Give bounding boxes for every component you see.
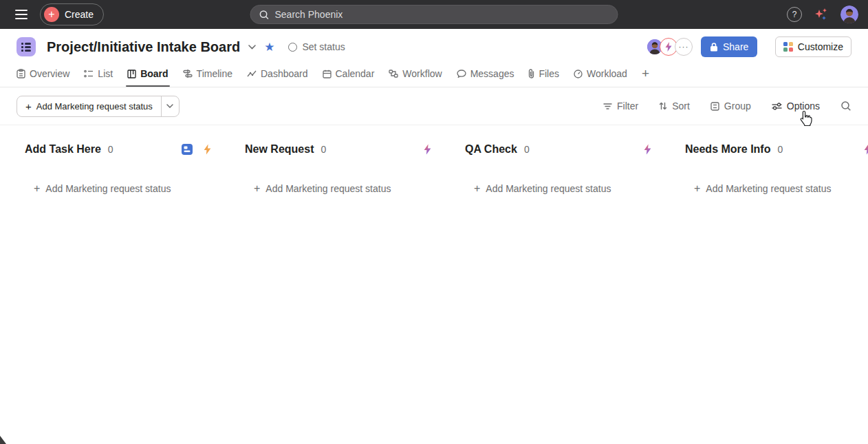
plus-icon: + (25, 101, 32, 112)
tab-label: Calendar (336, 68, 375, 79)
dashboard-icon (247, 70, 257, 78)
board-icon (127, 70, 136, 78)
bolt-gradient-icon[interactable] (863, 144, 868, 155)
tab-board[interactable]: Board (127, 65, 168, 87)
tab-calendar[interactable]: Calendar (323, 65, 375, 87)
board-column-new-request: New Request 0 + Add Marketing request st… (245, 140, 465, 194)
bolt-orange-icon[interactable] (203, 144, 212, 155)
board-column-add-task-here: Add Task Here 0 + Add Marketing request … (25, 140, 245, 194)
add-status-button-group: + Add Marketing request status (17, 96, 180, 117)
search-icon (259, 10, 270, 20)
tab-label: Dashboard (261, 68, 308, 79)
workflow-icon (389, 70, 398, 78)
search-icon (840, 101, 851, 112)
column-title[interactable]: New Request (245, 143, 314, 156)
add-task-link-label: Add Marketing request status (706, 183, 831, 194)
tab-list[interactable]: List (84, 65, 113, 87)
column-title[interactable]: QA Check (465, 143, 517, 156)
add-task-link[interactable]: + Add Marketing request status (25, 183, 245, 194)
partial-cursor-artifact (0, 436, 6, 444)
board-toolbar: + Add Marketing request status Filter (0, 87, 868, 125)
set-status-button[interactable]: Set status (288, 41, 345, 52)
add-task-link-label: Add Marketing request status (486, 183, 611, 194)
tab-files[interactable]: Files (528, 65, 559, 87)
tab-dashboard[interactable]: Dashboard (247, 65, 308, 87)
star-icon[interactable]: ★ (264, 41, 274, 53)
files-icon (528, 69, 534, 78)
add-task-link[interactable]: + Add Marketing request status (685, 183, 868, 194)
topbar: + Create ? (0, 0, 868, 29)
tab-overview[interactable]: Overview (17, 65, 69, 87)
column-count: 0 (777, 144, 783, 155)
sort-button[interactable]: Sort (659, 101, 690, 112)
chevron-down-icon[interactable] (248, 45, 256, 50)
more-options-ellipsis-button[interactable]: ··· (675, 38, 693, 56)
board-column-qa-check: QA Check 0 + Add Marketing request statu… (465, 140, 685, 194)
bolt-gradient-icon[interactable] (643, 144, 652, 155)
form-icon[interactable] (181, 143, 193, 156)
page-title[interactable]: Project/Initiative Intake Board (47, 39, 240, 55)
customize-grid-icon (783, 42, 793, 52)
column-header-icons (643, 144, 652, 155)
tab-label: Timeline (197, 68, 232, 79)
customize-button-label: Customize (798, 41, 843, 52)
options-icon (772, 103, 782, 110)
filter-button[interactable]: Filter (603, 101, 638, 112)
lock-icon (710, 42, 718, 52)
user-avatar[interactable] (840, 6, 858, 23)
add-status-button-label: Add Marketing request status (36, 101, 153, 112)
search-input[interactable] (275, 9, 609, 20)
group-button[interactable]: Group (710, 101, 751, 112)
calendar-icon (323, 70, 332, 78)
plus-icon: + (694, 183, 700, 194)
column-header-icons (181, 143, 212, 156)
tab-label: Overview (30, 68, 69, 79)
app-window: + Create ? (0, 0, 868, 444)
share-button[interactable]: Share (701, 36, 757, 57)
plus-icon: + (44, 7, 59, 22)
tab-label: List (98, 68, 113, 79)
tab-workload[interactable]: Workload (574, 65, 627, 87)
status-circle-icon (288, 43, 297, 52)
timeline-icon (183, 70, 193, 78)
topbar-right: ? (787, 6, 858, 23)
help-icon[interactable]: ? (787, 7, 802, 22)
hamburger-menu-icon[interactable] (10, 4, 33, 25)
tab-messages[interactable]: Messages (457, 65, 514, 87)
add-status-caret-button[interactable] (161, 96, 179, 116)
group-label: Group (724, 101, 751, 112)
add-task-link[interactable]: + Add Marketing request status (465, 183, 685, 194)
options-button[interactable]: Options (772, 101, 820, 112)
column-count: 0 (321, 144, 326, 155)
sparkles-icon[interactable] (813, 6, 829, 23)
add-task-link[interactable]: + Add Marketing request status (245, 183, 465, 194)
tab-workflow[interactable]: Workflow (389, 65, 442, 87)
column-count: 0 (108, 144, 113, 155)
column-title[interactable]: Needs More Info (685, 143, 770, 156)
search-bar[interactable] (250, 5, 618, 24)
filter-icon (603, 103, 612, 110)
add-status-button[interactable]: + Add Marketing request status (17, 96, 161, 116)
toolbar-actions: Filter Sort Group Options (603, 101, 851, 112)
group-icon (710, 102, 719, 111)
overview-icon (17, 69, 25, 78)
board-search-button[interactable] (840, 101, 851, 112)
add-tab-button[interactable]: + (642, 65, 649, 87)
tab-label: Workload (587, 68, 627, 79)
column-header[interactable]: QA Check 0 (465, 140, 685, 158)
list-icon (84, 70, 94, 78)
filter-label: Filter (617, 101, 638, 112)
column-header[interactable]: New Request 0 (245, 140, 465, 158)
column-header[interactable]: Needs More Info 0 (685, 140, 868, 158)
plus-icon: + (34, 183, 40, 194)
bolt-gradient-icon[interactable] (423, 144, 432, 155)
customize-button[interactable]: Customize (775, 36, 851, 57)
create-button[interactable]: + Create (40, 3, 104, 25)
share-button-label: Share (723, 41, 748, 52)
column-title[interactable]: Add Task Here (25, 143, 101, 156)
create-button-label: Create (65, 9, 94, 20)
options-label: Options (787, 101, 820, 112)
tab-timeline[interactable]: Timeline (183, 65, 232, 87)
project-list-icon[interactable] (17, 37, 36, 56)
column-header[interactable]: Add Task Here 0 (25, 140, 245, 158)
